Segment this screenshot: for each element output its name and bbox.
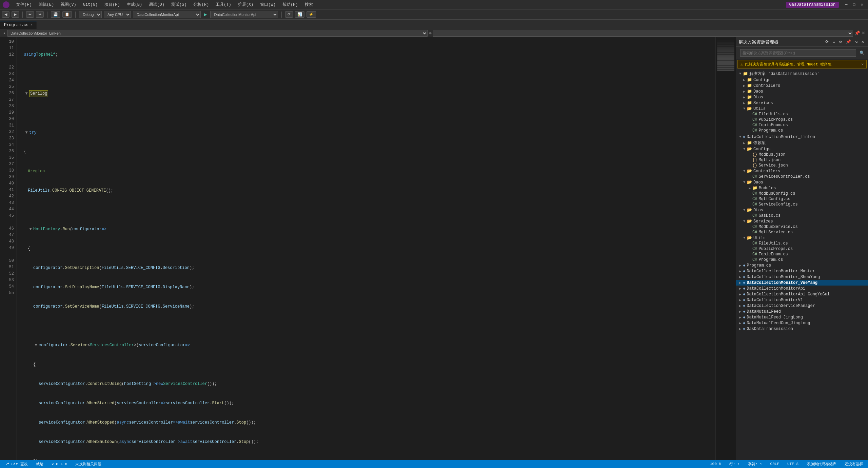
tree-publicprops1[interactable]: C# PublicProps.cs (736, 117, 868, 122)
tree-dcm-master[interactable]: ▶ ◈ Program.cs (736, 262, 868, 268)
run-project-dropdown[interactable]: DataCollectionMonitorApi (210, 11, 278, 18)
debug-dropdown[interactable]: Debug (79, 11, 102, 18)
tree-dtos2[interactable]: ▼ 📂 Dtos (736, 207, 868, 213)
rp-arrow-btn[interactable]: ⇲ (854, 39, 859, 45)
menu-extensions[interactable]: 扩展(X) (235, 1, 256, 8)
menu-tools[interactable]: 工具(T) (213, 1, 234, 8)
tree-controllers1[interactable]: ▶ 📁 Controllers (736, 83, 868, 89)
tree-daos1[interactable]: ▶ 📁 Daos (736, 89, 868, 94)
tree-gasdto[interactable]: C# GasDto.cs (736, 213, 868, 218)
rp-settings-btn[interactable]: ⚙ (838, 39, 843, 45)
nav-pin-btn[interactable]: 📌 (854, 31, 860, 36)
tree-mqttjson[interactable]: {} Mqtt.json (736, 157, 868, 163)
tree-utils2[interactable]: ▼ 📂 Utils (736, 235, 868, 241)
tree-data-mutual[interactable]: ▶ ◈ DataCollectionServiceManager (736, 303, 868, 309)
tree-fileutils1[interactable]: C# FileUtils.cs (736, 112, 868, 117)
status-git[interactable]: ⎇ Git 更改 (3, 462, 30, 467)
minimize-btn[interactable]: — (843, 2, 849, 8)
project-dropdown[interactable]: DataCollectionMonitorApi (133, 11, 201, 18)
tab-program-cs[interactable]: Program.cs × (0, 21, 37, 29)
tree-area[interactable]: ▼ 📁 解决方案 'GasDataTransmission' ▶ 📁 Confi… (736, 69, 868, 460)
tree-modbusservice[interactable]: C# ModbusService.cs (736, 224, 868, 230)
rp-expand-btn[interactable]: ⊞ (831, 39, 836, 45)
platform-dropdown[interactable]: Any CPU (104, 11, 131, 18)
close-btn[interactable]: ✕ (859, 1, 865, 8)
tree-daos2[interactable]: ▼ 📂 Daos (736, 179, 868, 185)
menu-file[interactable]: 文件(F) (14, 1, 35, 8)
tree-dcm-vue[interactable]: ▶ ◈ DataCollectionMonitor_ShouYang (736, 274, 868, 280)
tree-publicprops2[interactable]: C# PublicProps.cs (736, 246, 868, 252)
tree-servicescontroller[interactable]: C# ServicesController.cs (736, 174, 868, 179)
tree-gas-trans-v1[interactable]: ▶ ◈ GasDataTransmission (736, 326, 868, 332)
menu-build[interactable]: 生成(B) (124, 1, 145, 8)
status-select[interactable]: 还没有选择 (843, 462, 865, 467)
status-lang[interactable]: UTF-8 (785, 462, 801, 466)
tab-close-btn[interactable]: × (31, 23, 33, 27)
rp-sync-btn[interactable]: ⟳ (824, 39, 830, 45)
tree-deps2[interactable]: ▶ 📁 依赖项 (736, 140, 868, 146)
rp-pin-btn[interactable]: 📌 (845, 39, 852, 45)
save-btn[interactable]: 💾 (51, 11, 60, 18)
tree-configs1[interactable]: ▶ 📁 Configs (736, 77, 868, 83)
tree-serviceconfig[interactable]: C# ServiceConfig.cs (736, 202, 868, 207)
undo-btn[interactable]: ↩ (26, 11, 34, 18)
tree-root[interactable]: ▼ 📁 解决方案 'GasDataTransmission' (736, 71, 868, 77)
menu-project[interactable]: 项目(P) (102, 1, 123, 8)
nav-close-btn[interactable]: ✕ (862, 31, 865, 36)
menu-edit[interactable]: 编辑(E) (36, 1, 57, 8)
menu-window[interactable]: 窗口(W) (257, 1, 278, 8)
tree-mqttservice[interactable]: C# MqttService.cs (736, 230, 868, 235)
menu-debug[interactable]: 调试(D) (146, 1, 167, 8)
tree-controllers2[interactable]: ▼ 📂 Controllers (736, 168, 868, 174)
nav-expand-btn[interactable]: ⊕ (429, 31, 432, 35)
status-encoding[interactable]: CRLF (768, 462, 781, 466)
menu-view[interactable]: 视图(V) (58, 1, 79, 8)
nav-left-dropdown[interactable]: DataCollectionMonitor_LinFen (7, 30, 428, 37)
code-content[interactable]: using Topshelf; ▼Serilog ▼try { #region … (17, 37, 715, 460)
tree-topicenum1[interactable]: C# TopicEnum.cs (736, 122, 868, 128)
perf-btn[interactable]: ⚡ (307, 11, 316, 18)
menu-analyze[interactable]: 分析(R) (191, 1, 212, 8)
tree-services2[interactable]: ▼ 📂 Services (736, 218, 868, 224)
status-info[interactable]: 未找到相关问题 (73, 462, 103, 467)
profile-btn[interactable]: 📊 (295, 11, 304, 18)
tree-dcm-shou[interactable]: ▶ ◈ DataCollectionMonitor_Master (736, 268, 868, 274)
status-add-code[interactable]: 添加到代码存储库 (805, 462, 839, 467)
tree-dcm-api[interactable]: ▶ ◈ DataCollectionMonitor_VueYang (736, 280, 868, 286)
tree-dtos1[interactable]: ▶ 📁 Dtos (736, 94, 868, 100)
status-errors[interactable]: ✕ 0 ⚠ 0 (50, 462, 69, 466)
tree-modbusjson[interactable]: {} Modbus.json (736, 152, 868, 157)
tree-dcm-svc[interactable]: ▶ ◈ DataCollectionMonitorV1 (736, 297, 868, 303)
menu-help[interactable]: 帮助(H) (280, 1, 301, 8)
rp-close-btn[interactable]: ✕ (860, 39, 865, 45)
tree-topicenum2[interactable]: C# TopicEnum.cs (736, 252, 868, 257)
tree-modbusconfig[interactable]: C# ModbusConfig.cs (736, 191, 868, 196)
tree-servicejson[interactable]: {} Service.json (736, 163, 868, 168)
tree-program1[interactable]: C# Program.cs (736, 128, 868, 133)
redo-btn[interactable]: ↪ (36, 11, 44, 18)
tree-utils1[interactable]: ▼ 📂 Utils (736, 106, 868, 112)
menu-test[interactable]: 测试(S) (169, 1, 190, 8)
tree-gas-trans[interactable]: ▶ ◈ DataMutualFeedCon_JingLong (736, 320, 868, 326)
tree-dcm-v1[interactable]: ▶ ◈ DataCollectionMonitorApi_GongYeGui (736, 291, 868, 297)
save-all-btn[interactable]: 📋 (62, 11, 72, 18)
forward-btn[interactable]: ▶ (12, 11, 19, 18)
tree-data-mutual-con[interactable]: ▶ ◈ DataMutualFeed_JingLong (736, 314, 868, 320)
tree-configs2[interactable]: ▼ 📂 Configs (736, 146, 868, 152)
tree-data-mutual-jl[interactable]: ▶ ◈ DataMutualFeed (736, 309, 868, 314)
restore-btn[interactable]: ❐ (851, 1, 857, 8)
tree-program2[interactable]: C# Program.cs (736, 257, 868, 262)
run-btn[interactable]: ▶ (203, 12, 208, 17)
tree-linfen[interactable]: ▼ ◈ DataCollectionMonitor_LinFen (736, 134, 868, 140)
refresh-btn[interactable]: ⟳ (285, 11, 293, 18)
tree-services1[interactable]: ▶ 📁 Services (736, 100, 868, 106)
status-line[interactable]: 行: 1 (727, 462, 742, 467)
menu-git[interactable]: Git(G) (80, 2, 100, 8)
back-btn[interactable]: ◀ (2, 11, 9, 18)
tree-fileutils2[interactable]: C# FileUtils.cs (736, 241, 868, 246)
tree-modules[interactable]: ▶ 📁 Modules (736, 185, 868, 191)
status-zoom[interactable]: 100 % (708, 462, 723, 466)
tree-mqttconfig[interactable]: C# MqttConfig.cs (736, 196, 868, 202)
menu-search[interactable]: 搜索 (302, 1, 316, 8)
nav-up-btn[interactable]: ▲ (3, 31, 6, 35)
